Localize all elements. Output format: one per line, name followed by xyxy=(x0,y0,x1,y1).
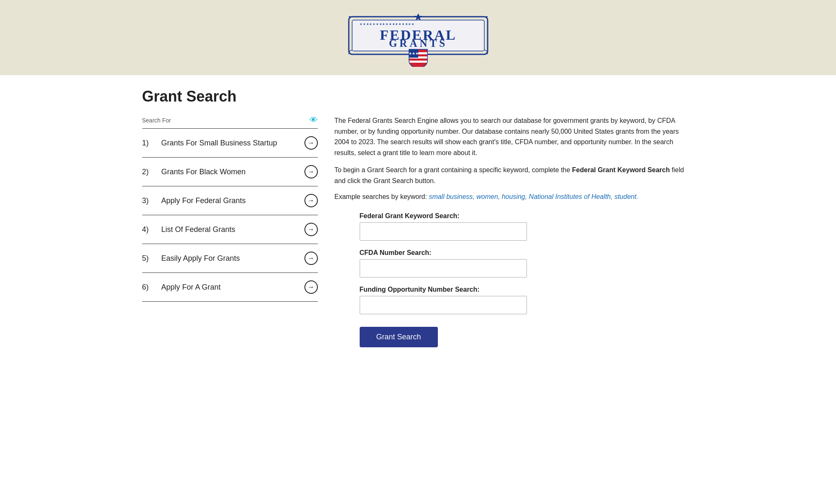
keyword-label: Federal Grant Keyword Search: xyxy=(360,212,527,220)
list-num: 6) xyxy=(142,283,155,292)
cfda-search-group: CFDA Number Search: xyxy=(360,249,527,277)
list-item-text: Apply For A Grant xyxy=(161,283,221,292)
funding-search-group: Funding Opportunity Number Search: xyxy=(360,286,527,314)
list-num: 4) xyxy=(142,225,155,234)
search-for-header: Search For 👁 xyxy=(142,115,318,125)
examples-line: Example searches by keyword: small busin… xyxy=(335,193,694,201)
eye-icon: 👁 xyxy=(309,115,318,125)
cfda-search-input[interactable] xyxy=(360,259,527,277)
list-item-arrow-3[interactable]: → xyxy=(304,194,318,207)
list-item-left: 3) Apply For Federal Grants xyxy=(142,196,246,205)
list-item-text: Apply For Federal Grants xyxy=(161,196,246,205)
list-item-left: 5) Easily Apply For Grants xyxy=(142,254,240,263)
description-2-text: To begin a Grant Search for a grant cont… xyxy=(335,165,694,186)
list-item-left: 4) List Of Federal Grants xyxy=(142,225,235,234)
right-column: The Federal Grants Search Engine allows … xyxy=(335,115,694,347)
list-item-arrow-4[interactable]: → xyxy=(304,223,318,236)
list-item: 2) Grants For Black Women → xyxy=(142,158,318,186)
list-item: 1) Grants For Small Business Startup → xyxy=(142,129,318,158)
list-num: 5) xyxy=(142,254,155,263)
svg-text:★ ★ ★ ★ ★ ★ ★ ★ ★ ★ ★ ★ ★ ★ ★ : ★ ★ ★ ★ ★ ★ ★ ★ ★ ★ ★ ★ ★ ★ ★ ★ ★ xyxy=(360,23,414,26)
svg-text:GRANTS: GRANTS xyxy=(389,38,447,49)
list-num: 1) xyxy=(142,139,155,148)
desc2-bold: Federal Grant Keyword Search xyxy=(572,166,670,173)
cfda-label: CFDA Number Search: xyxy=(360,249,527,257)
list-num: 2) xyxy=(142,168,155,176)
content-area: Search For 👁 1) Grants For Small Busines… xyxy=(142,115,694,347)
svg-text:★★★: ★★★ xyxy=(409,51,419,56)
site-header: ★ ★ ★ ★ ★ ★ ★ ★ ★ ★ ★ ★ ★ ★ ★ ★ ★ FEDERA… xyxy=(0,0,836,75)
list-item-text: Grants For Small Business Startup xyxy=(161,139,277,148)
logo-badge: ★ ★ ★ ★ ★ ★ ★ ★ ★ ★ ★ ★ ★ ★ ★ ★ ★ FEDERA… xyxy=(347,13,489,67)
page-title: Grant Search xyxy=(142,88,694,105)
list-item-arrow-5[interactable]: → xyxy=(304,252,318,265)
list-item-text: Grants For Black Women xyxy=(161,168,246,176)
list-item: 3) Apply For Federal Grants → xyxy=(142,186,318,215)
list-item-arrow-1[interactable]: → xyxy=(304,136,318,150)
logo-container: ★ ★ ★ ★ ★ ★ ★ ★ ★ ★ ★ ★ ★ ★ ★ ★ ★ FEDERA… xyxy=(347,13,489,67)
grant-search-button[interactable]: Grant Search xyxy=(360,327,438,347)
list-item-text: List Of Federal Grants xyxy=(161,225,235,234)
list-item-left: 2) Grants For Black Women xyxy=(142,168,246,176)
list-item-arrow-2[interactable]: → xyxy=(304,165,318,178)
list-item: 5) Easily Apply For Grants → xyxy=(142,244,318,273)
search-form-area: Federal Grant Keyword Search: CFDA Numbe… xyxy=(335,212,694,347)
search-list: 1) Grants For Small Business Startup → 2… xyxy=(142,128,318,302)
description-text: The Federal Grants Search Engine allows … xyxy=(335,115,694,158)
list-item-text: Easily Apply For Grants xyxy=(161,254,240,263)
keyword-search-group: Federal Grant Keyword Search: xyxy=(360,212,527,241)
list-item: 4) List Of Federal Grants → xyxy=(142,215,318,244)
list-num: 3) xyxy=(142,196,155,205)
desc2-prefix: To begin a Grant Search for a grant cont… xyxy=(335,166,572,173)
left-column: Search For 👁 1) Grants For Small Busines… xyxy=(142,115,318,347)
list-item: 6) Apply For A Grant → xyxy=(142,273,318,302)
funding-search-input[interactable] xyxy=(360,296,527,314)
list-item-arrow-6[interactable]: → xyxy=(304,280,318,294)
main-content: Grant Search Search For 👁 1) Grants For … xyxy=(125,75,711,360)
funding-label: Funding Opportunity Number Search: xyxy=(360,286,527,293)
examples-prefix: Example searches by keyword: xyxy=(335,193,429,200)
list-item-left: 6) Apply For A Grant xyxy=(142,283,221,292)
list-item-left: 1) Grants For Small Business Startup xyxy=(142,139,277,148)
svg-rect-10 xyxy=(409,61,427,63)
example-keywords: small business, women, housing, National… xyxy=(429,193,638,200)
search-for-label-text: Search For xyxy=(142,117,171,124)
keyword-search-input[interactable] xyxy=(360,222,527,241)
